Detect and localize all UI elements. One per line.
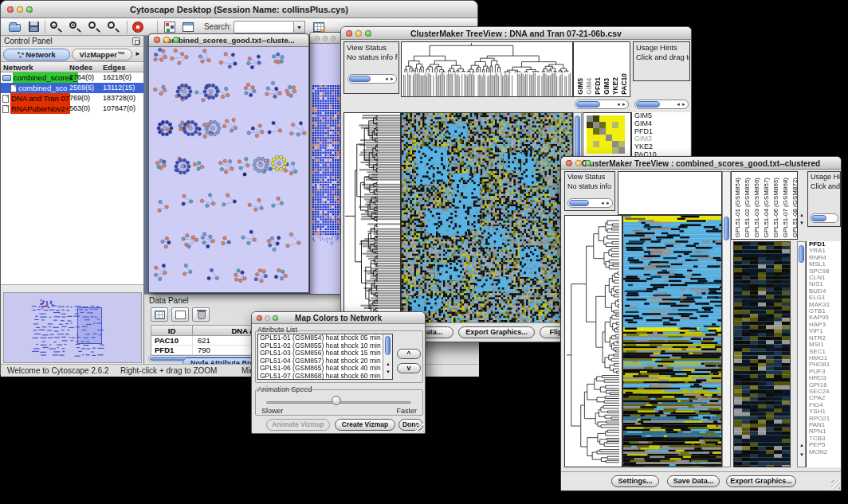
gene-label[interactable]: MON2 (807, 449, 841, 455)
close-icon[interactable] (7, 6, 14, 13)
save-session-button[interactable] (27, 20, 41, 34)
col-nodes[interactable]: Nodes (69, 62, 92, 72)
zoom-out-button[interactable]: – (49, 20, 63, 34)
scroll-thumb[interactable] (811, 215, 826, 221)
scroll-thumb[interactable] (799, 245, 804, 263)
scroll-right-icon[interactable]: ► (390, 76, 395, 81)
create-vizmap-button[interactable]: Create Vizmap (335, 419, 395, 431)
scroll-down-icon[interactable]: ▼ (386, 369, 391, 375)
tv2-summary-heatmap[interactable] (733, 241, 791, 467)
network-overview-panel[interactable] (3, 292, 142, 363)
delete-attribute-button[interactable] (192, 307, 210, 322)
new-attribute-button[interactable] (171, 307, 189, 322)
tv1-matrix-hscrollbar[interactable]: ◄► (575, 100, 629, 109)
network-tree-row[interactable]: combined_sco2569(6)13112(15) (1, 83, 143, 93)
tv2-gene-list[interactable]: PFD1YRA1RNR4MSL1SPC98CLN1NIS1BUD4ELG1MAK… (806, 241, 841, 467)
view-status-hscrollbar[interactable]: ◄► (347, 74, 397, 84)
zoom-window-icon[interactable] (173, 37, 179, 43)
scroll-right-icon[interactable]: ► (681, 102, 687, 107)
tab-network[interactable]: Network (3, 49, 70, 61)
treeview2-window[interactable]: ClusterMaker TreeView : combined_scores_… (560, 156, 842, 491)
scroll-left-icon[interactable]: ◄ (600, 201, 606, 205)
scroll-thumb[interactable] (724, 217, 729, 240)
treeview2-titlebar[interactable]: ClusterMaker TreeView : combined_scores_… (561, 157, 841, 170)
tv2-button-settings-[interactable]: Settings... (611, 475, 659, 487)
close-icon[interactable] (566, 160, 572, 166)
tab-overflow-icon[interactable]: ► (135, 50, 141, 57)
treeview1-titlebar[interactable]: ClusterMaker TreeView : DNA and Tran 07-… (341, 27, 691, 40)
close-icon[interactable] (346, 30, 352, 37)
tv2-button-save-data-[interactable]: Save Data... (667, 475, 720, 487)
col-network[interactable]: Network (3, 62, 33, 72)
move-down-button[interactable]: v (397, 363, 421, 373)
tab-vizmapper[interactable]: VizMapper™ (72, 49, 132, 61)
zoom-window-icon[interactable] (26, 6, 33, 13)
select-attributes-button[interactable] (151, 307, 168, 322)
scroll-down-icon[interactable]: ▼ (799, 452, 804, 458)
map-colors-dialog[interactable]: Map Colors to Network Attribute List GPL… (251, 311, 426, 434)
zoom-window-icon[interactable] (331, 36, 336, 41)
zoom-window-icon[interactable] (365, 30, 371, 37)
move-up-button[interactable]: ^ (397, 349, 421, 359)
main-window-titlebar[interactable]: Cytoscape Desktop (Session Name: collins… (1, 1, 477, 18)
animation-speed-slider[interactable] (332, 396, 341, 405)
tv1-button-export-graphics-[interactable]: Export Graphics... (458, 326, 535, 338)
hints-hscrollbar[interactable] (810, 213, 838, 223)
zoom-in-button[interactable]: + (68, 20, 82, 34)
attribute-list-vscrollbar[interactable]: ▲ ▼ (383, 334, 392, 379)
scroll-thumb[interactable] (636, 101, 660, 107)
scroll-thumb[interactable] (576, 101, 600, 107)
attribute-list[interactable]: GPL51-01 (GSM854) heat shock 05 minGPL51… (257, 334, 393, 380)
network-view-window[interactable]: combined_scores_good.txt--cluste... (148, 33, 309, 293)
scroll-right-icon[interactable]: ► (622, 102, 627, 107)
tv1-column-dendrogram[interactable] (401, 41, 573, 97)
overview-viewport-rect[interactable] (77, 307, 102, 344)
dialog-titlebar[interactable]: Map Colors to Network (252, 312, 425, 324)
search-input[interactable] (234, 21, 294, 33)
tv1-hints-hscrollbar[interactable]: ◄► (634, 100, 689, 109)
network-tree-row[interactable]: DNA and Tran 07769(0)183728(0) (1, 93, 143, 104)
col-edges[interactable]: Edges (103, 62, 126, 72)
tv2-gene-vscrollbar[interactable]: ▲ ▼ (797, 241, 806, 467)
tv2-button-export-graphics-[interactable]: Export Graphics... (726, 475, 796, 487)
vizmapper-button[interactable] (163, 20, 177, 34)
help-button[interactable] (131, 20, 145, 34)
scroll-left-icon[interactable]: ◄ (616, 102, 622, 107)
zoom-selected-button[interactable] (106, 20, 120, 34)
minimize-icon[interactable] (323, 36, 328, 41)
tv2-row-dendrogram[interactable] (564, 215, 622, 467)
tv2-main-vscrollbar[interactable] (722, 171, 731, 467)
snapshot-button[interactable] (181, 20, 195, 34)
network-tree-row[interactable]: combined_scores_2764(0)16218(0) (1, 72, 143, 83)
search-dropdown-button[interactable]: ▼ (294, 21, 305, 33)
float-panel-icon[interactable] (132, 37, 140, 45)
scroll-down-icon[interactable]: ▼ (799, 221, 804, 226)
scroll-left-icon[interactable]: ◄ (384, 76, 390, 81)
network-canvas[interactable] (149, 47, 308, 292)
animate-vizmap-button[interactable]: Animate Vizmap (266, 419, 330, 431)
resize-grip[interactable] (831, 480, 840, 489)
network-view-titlebar[interactable]: combined_scores_good.txt--cluste... (149, 34, 308, 47)
close-icon[interactable] (315, 36, 320, 41)
minimize-icon[interactable] (17, 6, 23, 13)
view-status-hscrollbar[interactable]: ◄► (567, 198, 613, 208)
col-id[interactable]: ID (151, 326, 193, 335)
minimize-icon[interactable] (265, 315, 270, 321)
cluster-matrix-canvas[interactable] (587, 115, 625, 154)
zoom-fit-button[interactable] (87, 20, 101, 34)
open-session-button[interactable] (8, 20, 22, 34)
zoom-window-icon[interactable] (585, 160, 591, 166)
scroll-thumb[interactable] (569, 200, 589, 206)
close-icon[interactable] (257, 315, 262, 321)
minimize-icon[interactable] (355, 30, 362, 37)
scroll-thumb[interactable] (385, 336, 391, 355)
minimize-icon[interactable] (575, 160, 582, 166)
scroll-thumb[interactable] (349, 76, 371, 82)
resize-grip[interactable] (415, 424, 424, 432)
scroll-right-icon[interactable]: ► (606, 201, 611, 205)
scroll-up-icon[interactable]: ▲ (799, 213, 804, 218)
scroll-up-icon[interactable]: ▲ (799, 443, 804, 448)
close-icon[interactable] (154, 37, 160, 43)
zoom-window-icon[interactable] (273, 315, 278, 321)
tv1-row-dendrogram[interactable] (344, 112, 401, 324)
